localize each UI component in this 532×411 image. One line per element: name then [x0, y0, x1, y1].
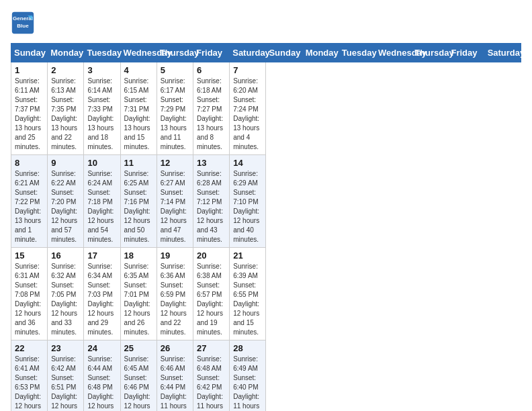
calendar-cell: 20Sunrise: 6:38 AM Sunset: 6:57 PM Dayli… [193, 248, 230, 340]
calendar-cell: 19Sunrise: 6:36 AM Sunset: 6:59 PM Dayli… [157, 248, 193, 340]
day-number: 11 [124, 158, 153, 168]
col-header-wednesday: Wednesday [375, 44, 412, 62]
col-header-friday: Friday [448, 44, 484, 62]
col-header-saturday: Saturday [230, 44, 266, 62]
calendar-cell: 13Sunrise: 6:28 AM Sunset: 7:12 PM Dayli… [193, 155, 230, 248]
calendar-cell: 23Sunrise: 6:42 AM Sunset: 6:51 PM Dayli… [48, 340, 84, 412]
calendar-cell: 18Sunrise: 6:35 AM Sunset: 7:01 PM Dayli… [120, 248, 157, 340]
logo-icon: General Blue [11, 11, 35, 35]
col-header-sunday: Sunday [266, 44, 302, 62]
cell-info: Sunrise: 6:48 AM Sunset: 6:42 PM Dayligh… [197, 355, 226, 411]
cell-info: Sunrise: 6:15 AM Sunset: 7:31 PM Dayligh… [124, 77, 153, 152]
week-row-2: 8Sunrise: 6:21 AM Sunset: 7:22 PM Daylig… [11, 155, 521, 248]
cell-info: Sunrise: 6:11 AM Sunset: 7:37 PM Dayligh… [15, 77, 44, 152]
cell-info: Sunrise: 6:45 AM Sunset: 6:46 PM Dayligh… [124, 355, 153, 411]
calendar-cell: 24Sunrise: 6:44 AM Sunset: 6:48 PM Dayli… [84, 340, 120, 412]
col-header-thursday: Thursday [157, 44, 193, 62]
calendar-table: SundayMondayTuesdayWednesdayThursdayFrid… [11, 43, 521, 411]
calendar-header-row: SundayMondayTuesdayWednesdayThursdayFrid… [11, 44, 521, 62]
calendar-cell: 17Sunrise: 6:34 AM Sunset: 7:03 PM Dayli… [84, 248, 120, 340]
calendar-cell: 28Sunrise: 6:49 AM Sunset: 6:40 PM Dayli… [230, 340, 266, 412]
calendar-cell: 3Sunrise: 6:14 AM Sunset: 7:33 PM Daylig… [84, 62, 120, 155]
calendar-cell: 4Sunrise: 6:15 AM Sunset: 7:31 PM Daylig… [120, 62, 157, 155]
cell-info: Sunrise: 6:13 AM Sunset: 7:35 PM Dayligh… [51, 77, 80, 152]
calendar-cell: 14Sunrise: 6:29 AM Sunset: 7:10 PM Dayli… [230, 155, 266, 248]
calendar-cell: 12Sunrise: 6:27 AM Sunset: 7:14 PM Dayli… [157, 155, 193, 248]
calendar-cell: 26Sunrise: 6:46 AM Sunset: 6:44 PM Dayli… [157, 340, 193, 412]
day-number: 20 [197, 250, 226, 261]
col-header-tuesday: Tuesday [339, 44, 375, 62]
cell-info: Sunrise: 6:28 AM Sunset: 7:12 PM Dayligh… [197, 169, 226, 244]
calendar-cell: 15Sunrise: 6:31 AM Sunset: 7:08 PM Dayli… [11, 248, 48, 340]
day-number: 2 [51, 65, 80, 75]
day-number: 18 [124, 250, 153, 261]
calendar-cell: 5Sunrise: 6:17 AM Sunset: 7:29 PM Daylig… [157, 62, 193, 155]
day-number: 25 [124, 343, 153, 353]
calendar-cell: 1Sunrise: 6:11 AM Sunset: 7:37 PM Daylig… [11, 62, 48, 155]
week-row-1: 1Sunrise: 6:11 AM Sunset: 7:37 PM Daylig… [11, 62, 521, 155]
col-header-friday: Friday [193, 44, 230, 62]
cell-info: Sunrise: 6:34 AM Sunset: 7:03 PM Dayligh… [87, 262, 116, 337]
cell-info: Sunrise: 6:27 AM Sunset: 7:14 PM Dayligh… [161, 169, 189, 244]
col-header-sunday: Sunday [11, 44, 48, 62]
day-number: 15 [15, 250, 44, 261]
week-row-4: 22Sunrise: 6:41 AM Sunset: 6:53 PM Dayli… [11, 340, 521, 412]
cell-info: Sunrise: 6:25 AM Sunset: 7:16 PM Dayligh… [124, 169, 153, 244]
cell-info: Sunrise: 6:35 AM Sunset: 7:01 PM Dayligh… [124, 262, 153, 337]
calendar-cell: 21Sunrise: 6:39 AM Sunset: 6:55 PM Dayli… [230, 248, 266, 340]
col-header-tuesday: Tuesday [84, 44, 120, 62]
day-number: 24 [87, 343, 116, 353]
calendar-cell: 27Sunrise: 6:48 AM Sunset: 6:42 PM Dayli… [193, 340, 230, 412]
calendar-cell: 25Sunrise: 6:45 AM Sunset: 6:46 PM Dayli… [120, 340, 157, 412]
day-number: 1 [15, 65, 44, 75]
cell-info: Sunrise: 6:24 AM Sunset: 7:18 PM Dayligh… [87, 169, 116, 244]
day-number: 6 [197, 65, 226, 75]
cell-info: Sunrise: 6:49 AM Sunset: 6:40 PM Dayligh… [233, 355, 262, 411]
day-number: 4 [124, 65, 153, 75]
svg-text:Blue: Blue [17, 23, 29, 29]
col-header-monday: Monday [302, 44, 339, 62]
calendar-cell: 11Sunrise: 6:25 AM Sunset: 7:16 PM Dayli… [120, 155, 157, 248]
day-number: 13 [197, 158, 226, 168]
calendar-cell: 22Sunrise: 6:41 AM Sunset: 6:53 PM Dayli… [11, 340, 48, 412]
day-number: 8 [15, 158, 44, 168]
day-number: 27 [197, 343, 226, 353]
cell-info: Sunrise: 6:18 AM Sunset: 7:27 PM Dayligh… [197, 77, 226, 152]
cell-info: Sunrise: 6:20 AM Sunset: 7:24 PM Dayligh… [233, 77, 262, 152]
col-header-saturday: Saturday [484, 44, 521, 62]
day-number: 22 [15, 343, 44, 353]
day-number: 19 [161, 250, 189, 261]
calendar-cell: 8Sunrise: 6:21 AM Sunset: 7:22 PM Daylig… [11, 155, 48, 248]
calendar-cell: 10Sunrise: 6:24 AM Sunset: 7:18 PM Dayli… [84, 155, 120, 248]
calendar-cell: 9Sunrise: 6:22 AM Sunset: 7:20 PM Daylig… [48, 155, 84, 248]
cell-info: Sunrise: 6:44 AM Sunset: 6:48 PM Dayligh… [87, 355, 116, 411]
cell-info: Sunrise: 6:46 AM Sunset: 6:44 PM Dayligh… [161, 355, 189, 411]
cell-info: Sunrise: 6:39 AM Sunset: 6:55 PM Dayligh… [233, 262, 262, 337]
col-header-thursday: Thursday [412, 44, 448, 62]
cell-info: Sunrise: 6:22 AM Sunset: 7:20 PM Dayligh… [51, 169, 80, 244]
week-row-3: 15Sunrise: 6:31 AM Sunset: 7:08 PM Dayli… [11, 248, 521, 340]
day-number: 12 [161, 158, 189, 168]
col-header-monday: Monday [48, 44, 84, 62]
col-header-wednesday: Wednesday [120, 44, 157, 62]
cell-info: Sunrise: 6:21 AM Sunset: 7:22 PM Dayligh… [15, 169, 44, 244]
cell-info: Sunrise: 6:17 AM Sunset: 7:29 PM Dayligh… [161, 77, 189, 152]
day-number: 7 [233, 65, 262, 75]
page-header: General Blue [11, 11, 521, 35]
cell-info: Sunrise: 6:29 AM Sunset: 7:10 PM Dayligh… [233, 169, 262, 244]
day-number: 10 [87, 158, 116, 168]
day-number: 9 [51, 158, 80, 168]
calendar-cell: 7Sunrise: 6:20 AM Sunset: 7:24 PM Daylig… [230, 62, 266, 155]
cell-info: Sunrise: 6:14 AM Sunset: 7:33 PM Dayligh… [87, 77, 116, 152]
logo: General Blue [11, 11, 38, 35]
calendar-cell: 2Sunrise: 6:13 AM Sunset: 7:35 PM Daylig… [48, 62, 84, 155]
cell-info: Sunrise: 6:38 AM Sunset: 6:57 PM Dayligh… [197, 262, 226, 337]
day-number: 3 [87, 65, 116, 75]
day-number: 5 [161, 65, 189, 75]
calendar-cell: 16Sunrise: 6:32 AM Sunset: 7:05 PM Dayli… [48, 248, 84, 340]
day-number: 17 [87, 250, 116, 261]
cell-info: Sunrise: 6:36 AM Sunset: 6:59 PM Dayligh… [161, 262, 189, 337]
day-number: 21 [233, 250, 262, 261]
calendar-cell: 6Sunrise: 6:18 AM Sunset: 7:27 PM Daylig… [193, 62, 230, 155]
day-number: 26 [161, 343, 189, 353]
